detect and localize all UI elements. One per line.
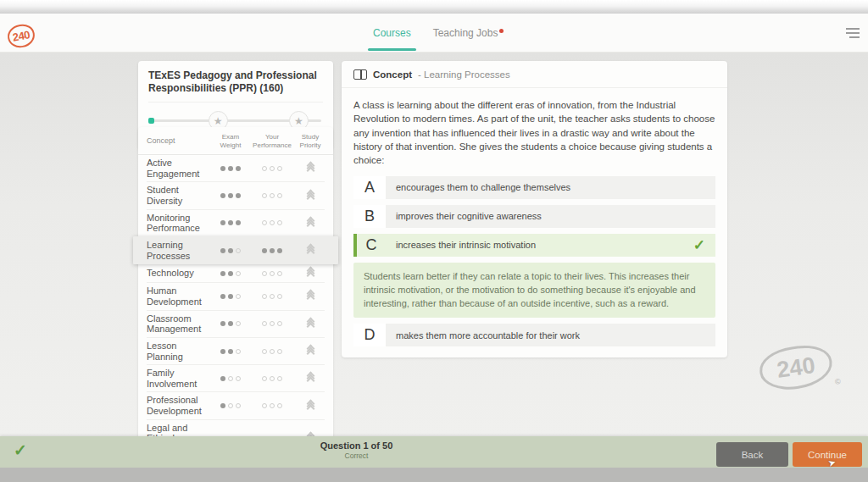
concept-row[interactable]: Lesson Planning: [147, 337, 325, 364]
separator-dash: -: [418, 69, 421, 80]
dot-empty: [228, 376, 233, 381]
study-priority-chevrons-icon: [296, 291, 325, 302]
performance-dots: [248, 271, 296, 276]
performance-dots: [248, 376, 296, 381]
concept-name: Active Engagement: [147, 158, 213, 179]
option-letter: A: [353, 176, 386, 199]
question-status-bar: ✓ Question 1 of 50 Correct Back Continue…: [0, 436, 868, 468]
dot-filled: [236, 220, 241, 225]
option-letter: C: [357, 234, 386, 257]
exam-weight-dots: [213, 248, 248, 253]
progress-marker: [148, 118, 154, 124]
result-label: Correct: [295, 452, 418, 460]
dot-filled: [220, 271, 225, 276]
concept-row[interactable]: Student Diversity: [147, 181, 325, 208]
tab-courses[interactable]: Courses: [373, 14, 411, 53]
study-priority-chevrons-icon: [296, 163, 325, 174]
dot-empty: [270, 271, 275, 276]
concept-row[interactable]: Learning Processes: [133, 236, 338, 264]
open-book-icon: [353, 69, 367, 80]
tab-teaching-jobs[interactable]: Teaching Jobs: [433, 14, 504, 53]
concept-name: Lesson Planning: [147, 341, 213, 362]
column-header-concept: Concept: [147, 136, 213, 146]
question-counter: Question 1 of 50 Correct: [295, 440, 418, 460]
concept-row[interactable]: Technology: [147, 264, 325, 282]
dot-empty: [270, 349, 275, 354]
dot-filled: [228, 271, 233, 276]
performance-dots: [248, 166, 296, 171]
dot-filled: [228, 321, 233, 326]
concept-table-header: Concept Exam Weight Your Performance Stu…: [138, 127, 333, 155]
exam-weight-dots: [213, 294, 248, 299]
dot-filled: [277, 248, 282, 253]
dot-empty: [277, 321, 282, 326]
dot-filled: [228, 349, 233, 354]
concept-row[interactable]: Family Involvement: [147, 364, 325, 391]
concept-table-card: Concept Exam Weight Your Performance Stu…: [138, 127, 333, 482]
concept-row[interactable]: Active Engagement: [147, 155, 325, 181]
concept-name-text: Learning Processes: [424, 69, 510, 80]
dot-empty: [262, 349, 267, 354]
column-header-your-performance: Your Performance: [248, 133, 296, 149]
exam-weight-dots: [213, 271, 248, 276]
dot-empty: [262, 376, 267, 381]
exam-weight-dots: [213, 403, 248, 408]
exam-weight-dots: [213, 349, 248, 354]
dot-filled: [220, 349, 225, 354]
performance-dots: [248, 193, 296, 198]
option-text: improves their cognitive awareness: [386, 205, 715, 228]
dot-empty: [228, 403, 233, 408]
main-content-area: TExES Pedagogy and Professional Responsi…: [0, 53, 868, 436]
concept-name: Learning Processes: [147, 240, 213, 261]
dot-filled: [228, 294, 233, 299]
dot-empty: [270, 403, 275, 408]
question-card: Concept - Learning Processes A class is …: [342, 61, 727, 357]
tab-teaching-jobs-label: Teaching Jobs: [433, 27, 498, 39]
performance-dots: [248, 403, 296, 408]
concept-name: Monitoring Performance: [147, 213, 213, 234]
continue-button[interactable]: Continue: [793, 442, 862, 467]
dot-empty: [270, 376, 275, 381]
column-header-study-priority: Study Priority: [296, 133, 325, 149]
performance-dots: [248, 294, 296, 299]
menu-hamburger-icon[interactable]: [846, 28, 860, 41]
answer-option-a[interactable]: Aencourages them to challenge themselves…: [353, 176, 715, 199]
dot-filled: [220, 294, 225, 299]
exam-weight-dots: [213, 166, 248, 171]
brand-logo-240[interactable]: 240: [6, 22, 36, 49]
top-gradient-strip: [0, 0, 868, 14]
answer-option-d[interactable]: Dmakes them more accountable for their w…: [353, 324, 715, 346]
answer-option-b[interactable]: Bimproves their cognitive awareness✓: [353, 205, 715, 228]
tab-courses-label: Courses: [373, 27, 411, 39]
question-concept-name: - Learning Processes: [418, 69, 510, 80]
app-window: 240 Courses Teaching Jobs TExES Pedagogy…: [0, 0, 868, 482]
watermark-text: 240: [776, 352, 817, 384]
concept-row[interactable]: Classroom Management: [147, 310, 325, 337]
concept-name: Technology: [147, 268, 213, 279]
option-text: increases their intrinsic motivation: [386, 234, 693, 257]
study-priority-chevrons-icon: [296, 373, 325, 384]
concept-name: Classroom Management: [147, 313, 213, 335]
dot-filled: [262, 248, 267, 253]
exam-weight-dots: [213, 220, 248, 225]
concept-row[interactable]: Monitoring Performance: [147, 209, 325, 236]
dot-empty: [277, 349, 282, 354]
concept-row[interactable]: Human Development: [147, 282, 325, 309]
answer-option-c[interactable]: Cincreases their intrinsic motivation✓: [353, 234, 715, 257]
answer-explanation: Students learn better if they can relate…: [353, 263, 715, 319]
dot-empty: [236, 294, 241, 299]
study-priority-chevrons-icon: [296, 245, 325, 256]
dot-filled: [228, 220, 233, 225]
back-button[interactable]: Back: [716, 442, 788, 467]
dot-empty: [236, 271, 241, 276]
study-priority-chevrons-icon: [296, 346, 325, 357]
concept-row[interactable]: Professional Development: [147, 391, 325, 418]
dot-empty: [277, 166, 282, 171]
performance-dots: [248, 248, 296, 253]
top-navigation-bar: 240 Courses Teaching Jobs: [0, 14, 868, 53]
correct-check-icon: ✓: [693, 234, 715, 257]
exam-weight-dots: [213, 193, 248, 198]
option-letter: D: [353, 324, 386, 346]
dot-filled: [220, 248, 225, 253]
dot-empty: [262, 294, 267, 299]
